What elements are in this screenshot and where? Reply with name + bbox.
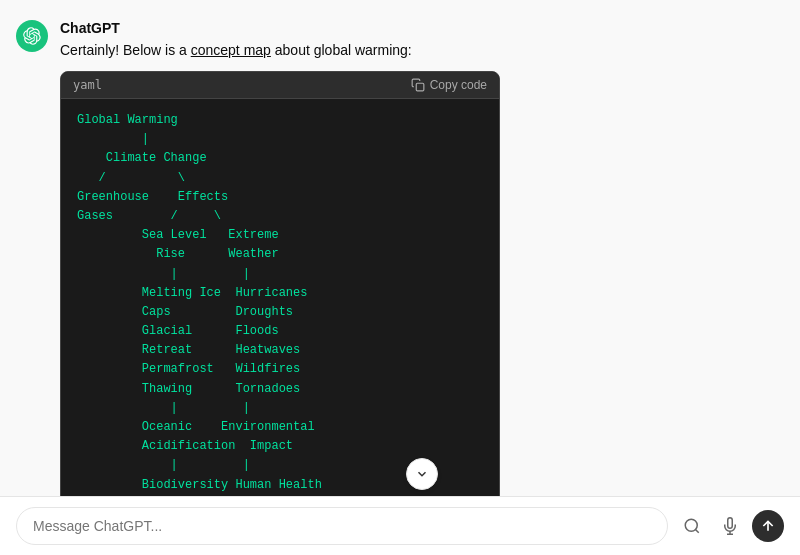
scroll-down-button[interactable] [406,458,438,490]
chat-area[interactable]: ChatGPT Certainly! Below is a concept ma… [0,0,800,496]
search-button[interactable] [676,510,708,542]
svg-point-1 [685,519,697,531]
message-content: ChatGPT Certainly! Below is a concept ma… [60,20,784,496]
input-area [0,496,800,555]
send-icon [760,518,776,534]
send-button[interactable] [752,510,784,542]
code-block-header: yaml Copy code [61,72,499,99]
code-content[interactable]: Global Warming | Climate Change / \ Gree… [61,99,499,496]
message-input[interactable] [16,507,668,545]
code-block-container: yaml Copy code Global Warming | Climate … [60,71,784,496]
code-block-wrapper: yaml Copy code Global Warming | Climate … [60,71,500,496]
copy-icon [411,78,425,92]
message-row: ChatGPT Certainly! Below is a concept ma… [16,20,784,496]
sender-name: ChatGPT [60,20,784,36]
svg-line-2 [695,529,698,532]
svg-rect-0 [416,83,424,91]
chevron-down-icon [415,467,429,481]
search-icon [683,517,701,535]
microphone-icon [721,517,739,535]
code-lang: yaml [73,78,102,92]
avatar [16,20,48,52]
voice-button[interactable] [714,510,746,542]
intro-text: Certainly! Below is a concept map about … [60,40,784,61]
input-icons [676,510,784,542]
copy-button[interactable]: Copy code [411,78,487,92]
